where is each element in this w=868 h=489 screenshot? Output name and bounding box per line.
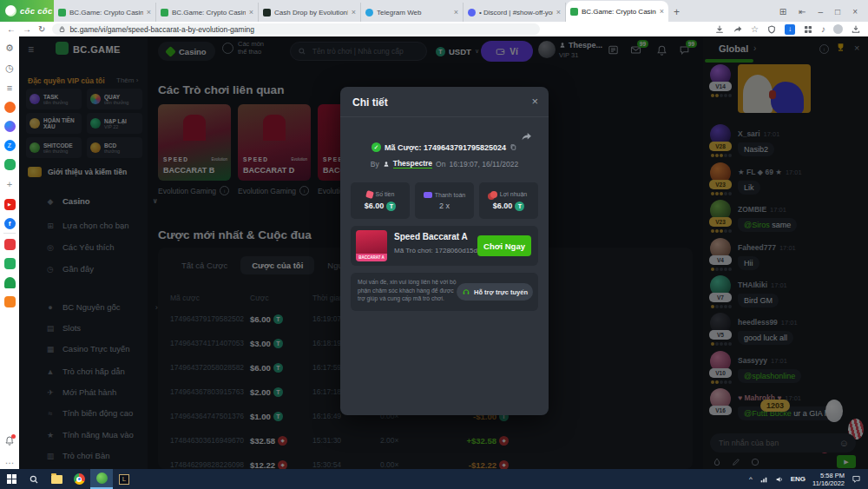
maximize-button[interactable]: □ [835,7,840,17]
tab-telegram[interactable]: Telegram Web × [361,3,464,22]
tab-title: BC.Game: Crypto Casino Gan [172,9,246,17]
tab-discord[interactable]: • Discord | #show-off-you × [464,3,566,22]
tab-cashdrop[interactable]: Cash Drop by Evolution! Wo × [259,3,361,22]
lock-icon [58,25,66,33]
bet-author-link[interactable]: Thespectre [393,159,432,169]
stat-profit: Lợi nhuận $6.00 [479,182,538,219]
start-button[interactable] [0,469,23,489]
tray-expand-icon[interactable]: ^ [749,475,753,483]
tab-title: BC.Game: Crypto Casino Gan [69,9,143,17]
bcgame-favicon [570,8,578,16]
tab-close-icon[interactable]: × [352,8,356,17]
modal-game-code: Mã Trò chơi: 1728060d15d... [394,247,483,254]
shop-green-icon[interactable] [3,257,16,269]
tab-title: • Discord | #show-off-you [479,9,553,17]
close-window-button[interactable]: × [852,7,858,17]
messenger-icon[interactable] [3,120,16,132]
downloads-tray-icon[interactable] [851,24,861,35]
share-bet-icon[interactable] [520,130,533,143]
forward-button[interactable]: → [23,24,31,34]
stat-payout: Thanh toán 2 x [415,182,474,219]
save-page-icon[interactable] [714,24,725,35]
support-text: Mọi vấn đề, xin vui lòng liên hệ với bộ … [358,278,458,303]
url-field[interactable]: bc.game/vi/game/speed-baccarat-a-by-evol… [52,23,540,35]
strip-divider [3,233,16,234]
coins-icon [490,191,497,198]
league-of-legends-icon[interactable]: L [113,469,135,489]
headset-icon [462,287,470,296]
notifications-bell-icon[interactable] [3,434,16,446]
extensions-icon[interactable] [803,24,813,35]
add-shortcut-icon[interactable]: + [3,178,16,190]
tab-close-icon[interactable]: × [147,8,151,17]
coccoc-logo-icon [5,5,16,17]
reading-list-icon[interactable]: ≡ [3,82,16,94]
bet-id-row: ✓ Mã Cược: 1749643791795825024 [340,142,549,152]
tab-title: Cash Drop by Evolution! Wo [274,9,348,17]
shopee-icon[interactable] [3,238,16,250]
music-icon[interactable]: ♪ [821,24,825,34]
share-icon[interactable] [733,24,743,35]
tab-title: BC.Game: Crypto Casino Gan [582,8,656,16]
support-section: Mọi vấn đề, xin vui lòng liên hệ với bộ … [351,273,538,311]
url-text: bc.game/vi/game/speed-baccarat-a-by-evol… [69,25,254,34]
browser-tab-bar: cốc cốc BC.Game: Crypto Casino Gan × BC.… [0,0,868,22]
language-indicator[interactable]: ENG [791,475,806,483]
support-button[interactable]: Hỗ trợ trực tuyến [457,283,533,301]
tab-close-icon[interactable]: × [660,7,664,16]
chrome-icon[interactable] [68,469,90,489]
tab-title: Telegram Web [377,9,450,17]
card-icon [424,192,432,198]
reader-mode-icon[interactable]: ⊞ [779,7,786,17]
tab-bcgame-1[interactable]: BC.Game: Crypto Casino Gan × [54,3,156,22]
file-explorer-icon[interactable] [45,469,68,489]
youtube-icon[interactable]: ▶ [3,198,16,210]
more-options-icon[interactable]: … [3,454,16,466]
modal-close-icon[interactable]: × [531,95,538,108]
tether-coin-icon [515,202,524,211]
volume-icon[interactable] [775,475,784,484]
taskbar-clock[interactable]: 5:58 PM11/16/2022 [812,472,845,487]
bet-by-row: By Thespectre On 16:19:07, 16/11/2022 [340,159,549,169]
bookmark-star-icon[interactable]: ☆ [751,24,759,34]
action-center-icon[interactable] [852,474,861,484]
coccoc-brand-label: cốc cốc [20,6,52,16]
coccoc-taskbar-icon[interactable] [90,469,113,489]
games-gamepad-icon[interactable] [3,158,16,170]
pin-sidebar-icon[interactable]: ⇤ [799,7,806,17]
bet-datetime: 16:19:07, 16/11/2022 [449,160,518,169]
zalo-icon[interactable]: Z [3,139,16,151]
bcgame-favicon [58,9,66,17]
coccoc-side-strip: ⚙ ◷ ≡ Z + ▶ f … [0,36,20,469]
game-thumbnail[interactable]: BACCARAT A [356,230,387,261]
tab-close-icon[interactable]: × [454,8,458,17]
tab-bcgame-2[interactable]: BC.Game: Crypto Casino Gan × [156,3,259,22]
tab-close-icon[interactable]: × [249,8,253,17]
download-manager-icon[interactable]: ↓ [785,24,795,35]
tab-bcgame-active[interactable]: BC.Game: Crypto Casino Gan × [566,1,668,22]
reload-button[interactable]: ↻ [38,24,45,34]
copy-icon[interactable] [510,143,517,151]
modal-bet-id: 1749643791795825024 [424,143,506,152]
play-now-button[interactable]: Chơi Ngay [477,235,531,256]
taskbar-search-icon[interactable] [23,469,45,489]
back-button[interactable]: ← [7,24,16,34]
discord-favicon [468,9,476,17]
profile-avatar[interactable] [833,24,843,34]
modal-game-card: BACCARAT A Speed Baccarat A Mã Trò chơi:… [351,226,538,266]
history-icon[interactable]: ◷ [3,62,16,74]
network-icon[interactable] [760,475,768,484]
shield-icon[interactable] [766,24,777,35]
new-tab-button[interactable]: + [674,6,680,18]
facebook-icon[interactable]: f [3,217,16,229]
cashdrop-favicon [263,9,271,17]
tab-close-icon[interactable]: × [556,8,561,17]
cart-icon[interactable] [3,295,16,307]
hot-trends-icon[interactable] [3,101,16,113]
bcgame-favicon [161,9,168,17]
settings-gear-icon[interactable]: ⚙ [3,42,16,54]
coccoc-brand[interactable]: cốc cốc [0,0,54,22]
hat-app-icon[interactable] [3,276,16,288]
minimize-button[interactable]: – [819,7,824,17]
browser-address-bar: ← → ↻ bc.game/vi/game/speed-baccarat-a-b… [0,22,868,36]
